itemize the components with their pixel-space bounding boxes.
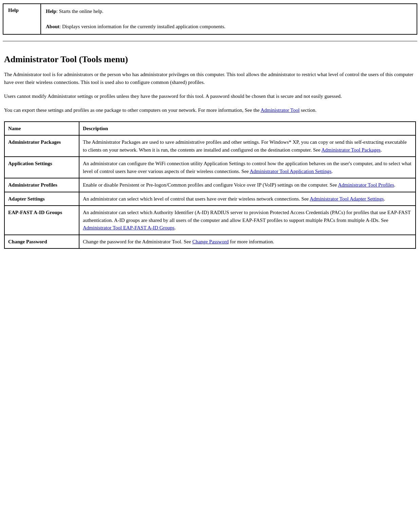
row-desc-admin-packages: The Administrator Packages are used to s… bbox=[79, 135, 416, 157]
help-col-content: Help: Starts the online help. About: Dis… bbox=[41, 4, 417, 34]
desc-text-5: An administrator can select which Author… bbox=[83, 210, 410, 223]
page-title: Administrator Tool (Tools menu) bbox=[4, 54, 416, 65]
admin-tool-adapter-settings-link[interactable]: Administrator Tool Adapter Settings bbox=[310, 196, 384, 202]
row-name-change-password: Change Password bbox=[4, 235, 79, 249]
help-section: Help Help: Starts the online help. About… bbox=[3, 3, 417, 35]
desc-text-6b: for more information. bbox=[229, 239, 274, 244]
desc-text-4: An administrator can select which level … bbox=[83, 196, 310, 202]
main-content: Administrator Tool (Tools menu) The Admi… bbox=[0, 45, 420, 256]
table-row: Adapter Settings An administrator can se… bbox=[4, 192, 416, 206]
page-wrapper: Help Help: Starts the online help. About… bbox=[0, 3, 420, 256]
row-desc-app-settings: An administrator can configure the WiFi … bbox=[79, 157, 416, 178]
table-row: Administrator Profiles Enable or disable… bbox=[4, 178, 416, 192]
intro-para-3: You can export these settings and profil… bbox=[4, 106, 416, 114]
main-table: Name Description Administrator Packages … bbox=[4, 121, 416, 249]
desc-period-4: . bbox=[384, 196, 385, 202]
desc-text-2: An administrator can configure the WiFi … bbox=[83, 161, 412, 174]
col-header-name: Name bbox=[4, 122, 79, 136]
section-divider bbox=[3, 41, 417, 41]
table-row: Administrator Packages The Administrator… bbox=[4, 135, 416, 157]
help-table: Help Help: Starts the online help. About… bbox=[3, 4, 417, 34]
desc-period-1: . bbox=[381, 147, 382, 153]
row-name-admin-packages: Administrator Packages bbox=[4, 135, 79, 157]
help-table-row: Help Help: Starts the online help. About… bbox=[3, 4, 417, 34]
row-desc-eap-fast: An administrator can select which Author… bbox=[79, 206, 416, 235]
intro-para-2: Users cannot modify Administrator settin… bbox=[4, 92, 416, 100]
desc-text-6: Change the password for the Administrato… bbox=[83, 239, 192, 244]
table-header: Name Description bbox=[4, 122, 416, 136]
admin-tool-eap-fast-link[interactable]: Administrator Tool EAP-FAST A-ID Groups bbox=[83, 225, 175, 230]
col-header-description: Description bbox=[79, 122, 416, 136]
admin-tool-packages-link[interactable]: Administrator Tool Packages bbox=[321, 147, 380, 153]
table-body: Administrator Packages The Administrator… bbox=[4, 135, 416, 248]
admin-tool-link[interactable]: Administrator Tool bbox=[260, 107, 299, 113]
row-desc-change-password: Change the password for the Administrato… bbox=[79, 235, 416, 249]
about-text: : Displays version information for the c… bbox=[59, 24, 225, 29]
admin-tool-app-settings-link[interactable]: Administrator Tool Application Settings bbox=[250, 169, 332, 174]
table-header-row: Name Description bbox=[4, 122, 416, 136]
help-bold-1: Help bbox=[46, 8, 56, 14]
row-desc-adapter-settings: An administrator can select which level … bbox=[79, 192, 416, 206]
change-password-link[interactable]: Change Password bbox=[192, 239, 229, 244]
help-line-1: Help: Starts the online help. bbox=[46, 7, 412, 15]
table-row: EAP-FAST A-ID Groups An administrator ca… bbox=[4, 206, 416, 235]
desc-period-3: . bbox=[394, 182, 396, 188]
admin-tool-profiles-link[interactable]: Administrator Tool Profiles bbox=[338, 182, 394, 188]
help-text-1: : Starts the online help. bbox=[56, 8, 104, 14]
row-name-app-settings: Application Settings bbox=[4, 157, 79, 178]
row-name-admin-profiles: Administrator Profiles bbox=[4, 178, 79, 192]
row-name-eap-fast: EAP-FAST A-ID Groups bbox=[4, 206, 79, 235]
desc-period-2: . bbox=[331, 169, 333, 174]
about-bold: About bbox=[46, 24, 59, 29]
row-desc-admin-profiles: Enable or disable Persistent or Pre-logo… bbox=[79, 178, 416, 192]
desc-period-5: . bbox=[175, 225, 176, 230]
table-row: Application Settings An administrator ca… bbox=[4, 157, 416, 178]
help-col-label: Help bbox=[3, 4, 41, 34]
intro-para-1: The Administrator tool is for administra… bbox=[4, 71, 416, 87]
help-line-2: About: Displays version information for … bbox=[46, 23, 412, 31]
desc-text-3: Enable or disable Persistent or Pre-logo… bbox=[83, 182, 338, 188]
row-name-adapter-settings: Adapter Settings bbox=[4, 192, 79, 206]
table-row: Change Password Change the password for … bbox=[4, 235, 416, 249]
